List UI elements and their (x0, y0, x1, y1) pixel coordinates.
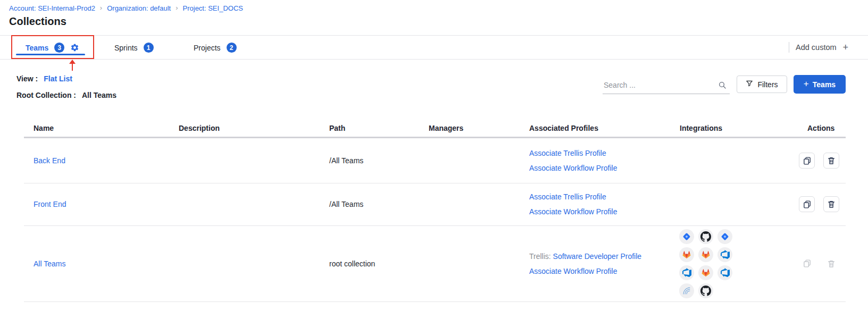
azure-devops-icon (717, 247, 732, 262)
software-developer-profile-link[interactable]: Software Developer Profile (553, 252, 642, 261)
add-custom-label: Add custom (796, 43, 837, 52)
column-header-actions: Actions (807, 120, 834, 136)
tab-sprints-label: Sprints (114, 44, 138, 52)
root-collection-row: Root Collection : All Teams (16, 90, 116, 100)
collection-name-link[interactable]: Back End (34, 156, 65, 165)
search-icon (718, 81, 727, 91)
add-teams-button[interactable]: + Teams (794, 75, 846, 94)
delete-collection-button[interactable] (823, 196, 839, 212)
gear-icon[interactable] (70, 43, 79, 52)
active-tab-underline (16, 54, 85, 55)
breadcrumb-account-link[interactable]: Account: SEI-Internal-Prod2 (9, 4, 95, 12)
clone-collection-button-disabled (799, 256, 815, 272)
tab-projects[interactable]: Projects 2 (194, 36, 237, 60)
actions-cell (799, 138, 839, 183)
actions-cell (799, 225, 839, 301)
page-title: Collections (9, 15, 66, 28)
filter-funnel-icon (746, 80, 753, 89)
arc-swoosh-icon (679, 283, 694, 298)
table-header: Name Description Path Managers Associate… (0, 120, 868, 136)
tab-sprints[interactable]: Sprints 1 (114, 36, 154, 60)
gitlab-icon (679, 247, 694, 262)
associate-trellis-profile-link[interactable]: Associate Trellis Profile (529, 192, 606, 201)
azure-devops-icon (717, 265, 732, 280)
tab-projects-label: Projects (194, 44, 221, 52)
plus-icon: + (843, 43, 849, 52)
associate-workflow-profile-link[interactable]: Associate Workflow Profile (529, 164, 617, 172)
tab-teams[interactable]: Teams 3 (26, 36, 79, 60)
view-label: View : (16, 74, 38, 83)
tab-bar: Teams 3 Sprints 1 Projects 2 (0, 35, 868, 60)
teams-count-badge: 3 (54, 43, 64, 53)
trellis-prefix-label: Trellis: (529, 252, 553, 261)
azure-devops-icon (679, 265, 694, 280)
associate-workflow-profile-link[interactable]: Associate Workflow Profile (529, 267, 617, 275)
jira-icon (679, 229, 694, 244)
root-collection-label: Root Collection : (16, 91, 76, 99)
path-cell: root collection (329, 225, 375, 301)
root-collection-value: All Teams (82, 91, 116, 99)
jira-icon (717, 229, 732, 244)
column-header-name: Name (34, 120, 54, 136)
delete-collection-button[interactable] (823, 153, 839, 169)
filters-button-label: Filters (757, 80, 778, 89)
integrations-grid (679, 229, 732, 298)
associated-profiles-cell: Associate Trellis Profile Associate Work… (529, 138, 617, 183)
associate-workflow-profile-link[interactable]: Associate Workflow Profile (529, 207, 617, 216)
add-custom-button[interactable]: Add custom + (789, 35, 848, 59)
breadcrumb-project-link[interactable]: Project: SEI_DOCS (183, 4, 243, 12)
table-bottom-divider (24, 301, 846, 302)
breadcrumb: Account: SEI-Internal-Prod2 › Organizati… (9, 4, 243, 12)
clone-collection-button[interactable] (799, 153, 815, 169)
sprints-count-badge: 1 (144, 43, 154, 53)
add-teams-button-label: Teams (813, 80, 836, 89)
column-header-associated-profiles: Associated Profiles (529, 120, 598, 136)
collection-name-link[interactable]: Front End (34, 200, 66, 208)
table-row-back-end: Back End /All Teams Associate Trellis Pr… (0, 138, 868, 183)
view-row: View : Flat List (16, 73, 72, 84)
delete-collection-button-disabled (823, 256, 839, 272)
github-icon (698, 229, 713, 244)
clone-collection-button[interactable] (799, 196, 815, 212)
search-input[interactable] (603, 77, 714, 93)
breadcrumb-organization-link[interactable]: Organization: default (107, 4, 171, 12)
table-row-front-end: Front End /All Teams Associate Trellis P… (0, 183, 868, 225)
associate-trellis-profile-link[interactable]: Associate Trellis Profile (529, 149, 606, 157)
plus-icon: + (804, 79, 809, 88)
column-header-managers: Managers (429, 120, 463, 136)
chevron-right-icon: › (100, 4, 102, 11)
associated-profiles-cell: Associate Trellis Profile Associate Work… (529, 183, 617, 225)
table-row-all-teams: All Teams root collection Trellis: Softw… (0, 225, 868, 301)
collection-name-link[interactable]: All Teams (34, 259, 65, 268)
chevron-right-icon: › (176, 4, 178, 11)
column-header-path: Path (329, 120, 345, 136)
search-field (603, 77, 730, 94)
collections-page: Account: SEI-Internal-Prod2 › Organizati… (0, 0, 868, 310)
column-header-integrations: Integrations (680, 120, 722, 136)
column-header-description: Description (179, 120, 220, 136)
divider (789, 42, 789, 53)
view-value-link[interactable]: Flat List (44, 74, 72, 83)
actions-cell (799, 183, 839, 225)
github-icon (698, 283, 713, 298)
gitlab-icon (698, 247, 713, 262)
annotation-arrow-line (72, 63, 73, 71)
filters-button[interactable]: Filters (737, 76, 787, 93)
gitlab-icon (698, 265, 713, 280)
associated-profiles-cell: Trellis: Software Developer Profile Asso… (529, 225, 641, 301)
tab-teams-label: Teams (26, 44, 48, 52)
path-cell: /All Teams (329, 138, 363, 183)
path-cell: /All Teams (329, 183, 363, 225)
projects-count-badge: 2 (227, 43, 237, 53)
